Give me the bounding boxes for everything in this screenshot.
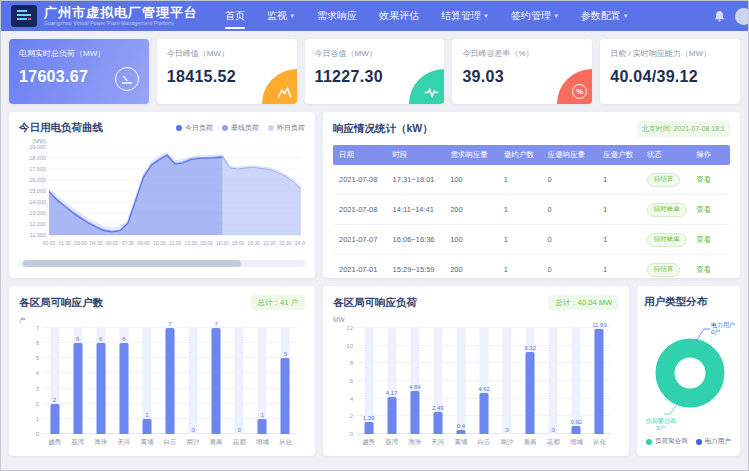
nav-item-home[interactable]: 首页: [214, 1, 256, 31]
bar-track: [235, 328, 244, 434]
bell-icon[interactable]: [714, 10, 725, 22]
cell-period: 17:31~18:01: [387, 165, 445, 195]
bar-value-label: 4.62: [471, 386, 497, 392]
y-axis-unit: 户: [19, 316, 26, 325]
load-capacity-title: 各区局可响应负荷: [333, 296, 417, 310]
bar-海珠: [410, 391, 419, 434]
legend-label: 电力用户: [705, 437, 731, 446]
nav-item-effect-evaluation[interactable]: 效果评估: [368, 1, 430, 31]
chart-zoom-scrollbar[interactable]: [19, 260, 305, 267]
cell-accepted_users: 1: [597, 165, 641, 195]
households-bar-chart: 户 012345672越秀6荔湾6海珠6天河1黄埔7白云0南沙7番禺0花都1增城…: [19, 314, 305, 450]
svg-text:19:30: 19:30: [247, 240, 260, 246]
main-content: 电网实时总负荷（MW） 17603.67 今日峰值（MW） 18415.52 今…: [1, 31, 748, 464]
x-axis-label: 花都: [226, 438, 252, 447]
nav-item-contract[interactable]: 签约管理▼: [500, 1, 570, 31]
cell-period: 14:11~14:41: [387, 195, 445, 225]
y-axis-tick: 4: [23, 370, 39, 376]
kpi-card-response-capacity: 日前 / 实时响应能力（MW） 40.04/39.12: [600, 39, 740, 104]
y-axis-tick: 1: [23, 416, 39, 422]
legend-item[interactable]: 今日负荷: [176, 123, 213, 133]
user-avatar[interactable]: [735, 8, 749, 25]
column-header: 时段: [387, 145, 445, 165]
kpi-label: 日前 / 实时响应能力（MW）: [610, 48, 730, 59]
cell-period: 15:29~15:59: [387, 255, 445, 279]
view-link[interactable]: 查看: [696, 205, 711, 214]
app-title: 广州市虚拟电厂管理平台: [44, 6, 198, 20]
status-badge: 待对账单: [647, 233, 687, 247]
legend-label: 负荷聚合商: [655, 437, 688, 446]
bar-value-label: 11.89: [586, 322, 612, 328]
load-capacity-bar-panel: 各区局可响应负荷 总计：40.04 MW MW 0246810121.39越秀4…: [323, 286, 629, 456]
bar-track: [503, 328, 512, 434]
load-curve-title: 今日用电负荷曲线: [19, 121, 103, 135]
legend-item[interactable]: 昨日负荷: [268, 123, 305, 133]
kpi-row: 电网实时总负荷（MW） 17603.67 今日峰值（MW） 18415.52 今…: [9, 39, 740, 104]
status-badge: 待结算: [647, 263, 681, 277]
svg-text:19,000: 19,000: [29, 144, 46, 150]
nav-item-monitor[interactable]: 监视▼: [256, 1, 306, 31]
bar-value-label: 0: [180, 427, 206, 433]
x-axis-label: 天河: [425, 438, 451, 447]
y-axis-tick: 0: [337, 431, 353, 437]
legend-dot-icon: [268, 125, 274, 131]
top-navbar: 广州市虚拟电厂管理平台 Guangzhou Virtual Power Plan…: [1, 1, 748, 31]
y-axis-unit: MW: [333, 316, 345, 323]
nav-item-parameters[interactable]: 参数配置▼: [570, 1, 640, 31]
bar-value-label: 1: [134, 412, 160, 418]
y-axis-tick: 7: [23, 325, 39, 331]
bar-track: [456, 328, 465, 434]
y-axis-tick: 0: [23, 431, 39, 437]
svg-text:电力用户: 电力用户: [711, 321, 735, 329]
logo-icon: [16, 9, 32, 23]
svg-text:14,000: 14,000: [29, 199, 46, 205]
cell-demand: 200: [444, 195, 498, 225]
svg-text:04:30: 04:30: [90, 240, 103, 246]
cell-accepted_users: 1: [597, 195, 641, 225]
column-header: 日期: [333, 145, 387, 165]
view-link[interactable]: 查看: [696, 265, 711, 274]
bar-番禺: [212, 328, 221, 434]
bar-荔湾: [387, 397, 396, 434]
nav-item-demand-response[interactable]: 需求响应: [306, 1, 368, 31]
table-row: 2021-07-0716:06~16:36100101待对账单查看: [333, 225, 730, 255]
x-axis-label: 天河: [111, 438, 137, 447]
chevron-down-icon: ▼: [289, 13, 295, 19]
bar-增城: [572, 426, 581, 434]
cell-accepted_users: 1: [597, 225, 641, 255]
x-axis-label: 荔湾: [65, 438, 91, 447]
y-axis-tick: 2: [337, 413, 353, 419]
legend-dot-icon: [696, 439, 702, 445]
x-axis-label: 番禺: [203, 438, 229, 447]
cell-date: 2021-07-01: [333, 255, 387, 279]
cell-invited: 1: [498, 225, 542, 255]
column-header: 邀约户数: [498, 145, 542, 165]
cell-date: 2021-07-08: [333, 195, 387, 225]
bar-越秀: [50, 404, 59, 434]
nav-item-settlement[interactable]: 结算管理▼: [430, 1, 500, 31]
cell-date: 2021-07-08: [333, 165, 387, 195]
bar-value-label: 6: [65, 336, 91, 342]
load-capacity-bar-chart: MW 0246810121.39越秀4.17荔湾4.84海珠2.49天河0.4黄…: [333, 314, 619, 450]
svg-text:00:00: 00:00: [43, 240, 56, 246]
legend-item[interactable]: 基线负荷: [222, 123, 259, 133]
legend-item[interactable]: 电力用户: [696, 437, 731, 446]
bar-value-label: 0.4: [448, 423, 474, 429]
cell-accepted_users: 1: [597, 255, 641, 279]
legend-item[interactable]: 负荷聚合商: [646, 437, 688, 446]
y-axis-tick: 10: [337, 343, 353, 349]
svg-text:13:30: 13:30: [184, 240, 197, 246]
cell-accepted_amount: 0: [541, 165, 597, 195]
user-type-donut-chart: 电力用户0户负荷聚合商3户: [644, 311, 733, 435]
scrollbar-handle[interactable]: [23, 260, 240, 267]
view-link[interactable]: 查看: [696, 235, 711, 244]
svg-text:11,000: 11,000: [30, 232, 46, 238]
view-link[interactable]: 查看: [696, 175, 711, 184]
bar-value-label: 4.17: [379, 390, 405, 396]
legend-label: 基线负荷: [231, 123, 259, 133]
cell-period: 16:06~16:36: [387, 225, 445, 255]
bar-增城: [258, 419, 267, 434]
bar-value-label: 0: [494, 427, 520, 433]
gauge-icon: [115, 67, 139, 91]
x-axis-label: 黄埔: [134, 438, 160, 447]
